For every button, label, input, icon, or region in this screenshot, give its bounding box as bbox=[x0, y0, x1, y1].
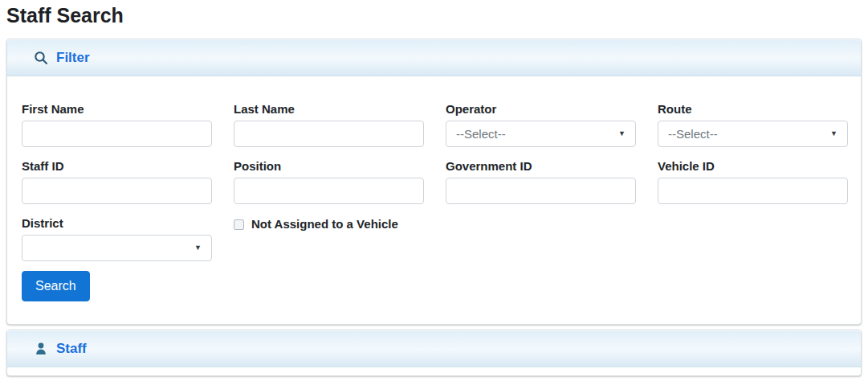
staff-panel-header: Staff bbox=[7, 330, 861, 367]
government-id-label: Government ID bbox=[446, 159, 636, 174]
route-label: Route bbox=[658, 102, 848, 117]
first-name-label: First Name bbox=[22, 102, 212, 117]
vehicle-id-field: Vehicle ID bbox=[658, 159, 848, 204]
last-name-field: Last Name bbox=[234, 102, 424, 147]
filter-panel: Filter First Name Last Name Operator --S… bbox=[6, 39, 862, 325]
person-icon bbox=[34, 342, 48, 356]
position-input[interactable] bbox=[234, 178, 424, 204]
filter-row-3: District ▼ Not Assigned to a Vehicle bbox=[22, 216, 846, 261]
operator-field: Operator --Select-- ▼ bbox=[446, 102, 636, 147]
government-id-field: Government ID bbox=[446, 159, 636, 204]
spacer bbox=[446, 216, 636, 261]
staff-id-field: Staff ID bbox=[22, 159, 212, 204]
not-assigned-checkbox[interactable] bbox=[234, 219, 244, 230]
page: Staff Search Filter First Name Last Name bbox=[0, 2, 868, 376]
first-name-input[interactable] bbox=[22, 121, 212, 147]
operator-selected-value: --Select-- bbox=[456, 127, 506, 141]
filter-row-1: First Name Last Name Operator --Select--… bbox=[22, 102, 846, 147]
staff-panel-title: Staff bbox=[56, 341, 87, 357]
filter-panel-header: Filter bbox=[7, 39, 861, 76]
last-name-input[interactable] bbox=[234, 121, 424, 147]
route-select[interactable]: --Select-- ▼ bbox=[658, 121, 848, 147]
government-id-input[interactable] bbox=[446, 178, 636, 204]
not-assigned-checkbox-group: Not Assigned to a Vehicle bbox=[234, 217, 424, 231]
district-field: District ▼ bbox=[22, 216, 212, 261]
operator-select[interactable]: --Select-- ▼ bbox=[446, 121, 636, 147]
chevron-down-icon: ▼ bbox=[830, 130, 837, 137]
chevron-down-icon: ▼ bbox=[194, 244, 202, 252]
not-assigned-field: Not Assigned to a Vehicle bbox=[234, 216, 424, 261]
position-field: Position bbox=[234, 159, 424, 204]
filter-panel-body: First Name Last Name Operator --Select--… bbox=[7, 76, 861, 324]
district-label: District bbox=[22, 216, 212, 231]
last-name-label: Last Name bbox=[234, 102, 424, 117]
filter-panel-title: Filter bbox=[56, 50, 90, 66]
vehicle-id-label: Vehicle ID bbox=[658, 159, 848, 174]
page-title: Staff Search bbox=[6, 2, 862, 29]
operator-label: Operator bbox=[446, 102, 636, 117]
filter-row-2: Staff ID Position Government ID Vehicle … bbox=[22, 159, 846, 204]
staff-panel-body bbox=[7, 367, 861, 375]
route-selected-value: --Select-- bbox=[668, 127, 718, 141]
route-field: Route --Select-- ▼ bbox=[658, 102, 848, 147]
staff-id-input[interactable] bbox=[22, 178, 212, 204]
search-button[interactable]: Search bbox=[22, 271, 90, 301]
chevron-down-icon: ▼ bbox=[618, 130, 626, 137]
not-assigned-label: Not Assigned to a Vehicle bbox=[251, 217, 398, 231]
search-icon bbox=[34, 51, 48, 65]
first-name-field: First Name bbox=[22, 102, 212, 147]
vehicle-id-input[interactable] bbox=[658, 178, 848, 204]
spacer bbox=[658, 216, 848, 261]
staff-id-label: Staff ID bbox=[22, 159, 212, 174]
district-select[interactable]: ▼ bbox=[22, 235, 212, 261]
position-label: Position bbox=[234, 159, 424, 174]
staff-panel: Staff bbox=[6, 330, 862, 376]
